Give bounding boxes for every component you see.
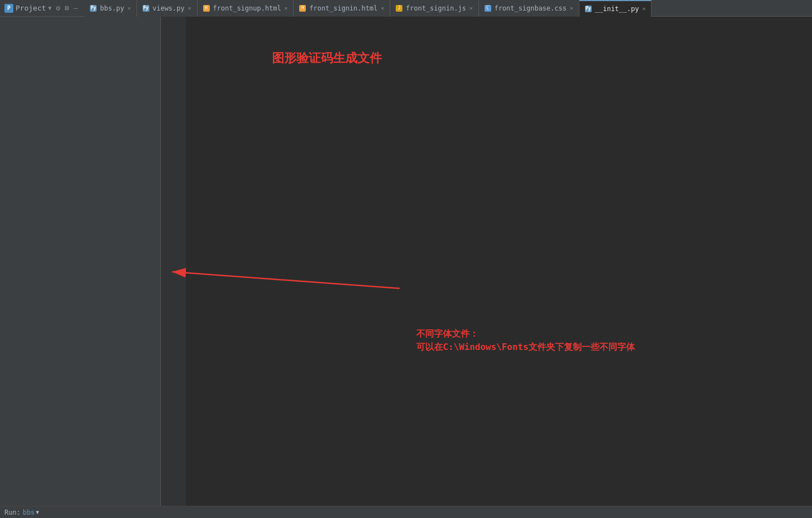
tab-icon-front_signup: H [203,5,210,12]
tab-close-front_signup[interactable]: ✕ [284,5,288,11]
tab-label-front_signbase_css: front_signbase.css [495,4,567,12]
tab-close-front_signin_js[interactable]: ✕ [470,5,473,11]
project-dropdown-icon[interactable]: ▼ [48,5,52,11]
project-icon: P [4,4,13,13]
tab-init_py[interactable]: Py__init__.py✕ [579,0,652,17]
project-label: Project [16,4,46,12]
tab-close-front_signbase_css[interactable]: ✕ [570,5,573,11]
line-numbers [161,17,186,506]
code-lines [186,17,812,506]
tab-label-front_signup: front_signup.html [213,4,281,12]
editor-content [161,17,812,506]
tab-front_signup[interactable]: Hfront_signup.html✕ [198,0,294,17]
title-bar: P Project ▼ ⚙ ⊞ — Pybbs.py✕Pyviews.py✕Hf… [0,0,812,17]
project-selector[interactable]: P Project ▼ ⚙ ⊞ — [4,4,78,13]
tab-label-views_py: views.py [153,4,185,12]
file-tree-sidebar[interactable] [0,17,161,506]
tab-label-front_signin_js: front_signin.js [406,4,466,12]
tab-label-init_py: __init__.py [595,5,639,13]
tab-close-views_py[interactable]: ✕ [188,5,191,11]
tab-icon-bbs_py: Py [90,5,97,12]
tab-bbs_py[interactable]: Pybbs.py✕ [84,0,137,17]
tab-icon-views_py: Py [143,5,149,12]
code-editor[interactable]: 图形验证码生成文件 不同字体文件： 可以在C:\Windows\Fonts文件夹… [161,17,812,506]
tab-front_signin_html[interactable]: Hfront_signin.html✕ [294,0,390,17]
run-label: Run: [4,509,21,516]
tab-icon-front_signin_js: J [396,5,402,12]
run-bar: Run: bbs ▼ [0,506,812,518]
main-layout: 图形验证码生成文件 不同字体文件： 可以在C:\Windows\Fonts文件夹… [0,17,812,506]
project-layout-icon[interactable]: ⊞ [65,4,69,12]
tab-front_signbase_css[interactable]: Cfront_signbase.css✕ [479,0,579,17]
run-chevron[interactable]: ▼ [36,509,39,515]
tab-icon-front_signin_html: H [299,5,306,12]
tab-icon-front_signbase_css: C [485,5,491,12]
tab-close-front_signin_html[interactable]: ✕ [381,5,384,11]
tab-label-front_signin_html: front_signin.html [309,4,377,12]
tab-close-init_py[interactable]: ✕ [642,6,645,12]
project-settings-icon[interactable]: ⚙ [56,4,60,12]
run-process: bbs [23,509,35,516]
tab-label-bbs_py: bbs.py [100,4,124,12]
project-minus-icon[interactable]: — [73,4,78,12]
tab-front_signin_js[interactable]: Jfront_signin.js✕ [390,0,478,17]
tab-views_py[interactable]: Pyviews.py✕ [137,0,198,17]
tab-bar: Pybbs.py✕Pyviews.py✕Hfront_signup.html✕H… [84,0,808,17]
tab-icon-init_py: Py [585,6,592,12]
tab-close-bbs_py[interactable]: ✕ [128,5,131,11]
